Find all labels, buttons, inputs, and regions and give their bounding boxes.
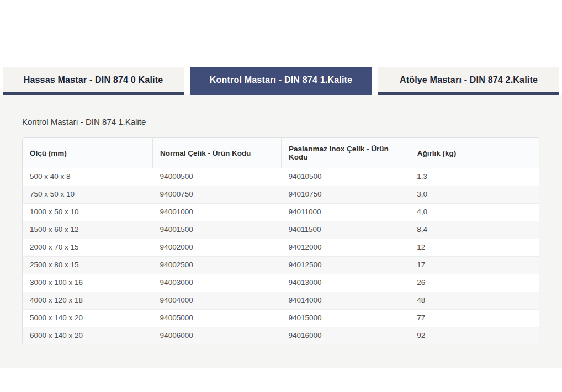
cell-inox-kod: 94010750	[281, 186, 410, 204]
table-header-row: Ölçü (mm) Normal Çelik - Ürün Kodu Pasla…	[23, 138, 539, 168]
column-header-normal-celik: Normal Çelik - Ürün Kodu	[153, 138, 282, 168]
cell-olcu: 4000 x 120 x 18	[23, 292, 153, 310]
cell-normal-kod: 94005000	[153, 310, 282, 327]
spec-table-container: Ölçü (mm) Normal Çelik - Ürün Kodu Pasla…	[22, 137, 539, 345]
cell-olcu: 2000 x 70 x 15	[23, 239, 153, 257]
cell-inox-kod: 94010500	[281, 168, 410, 186]
tab-label: Kontrol Mastarı - DIN 874 1.Kalite	[210, 75, 352, 85]
table-row: 1000 x 50 x 10 94001000 94011000 4,0	[23, 204, 539, 221]
cell-olcu: 3000 x 100 x 16	[23, 274, 153, 292]
cell-inox-kod: 94013000	[281, 274, 410, 292]
column-header-agirlik: Ağırlık (kg)	[410, 138, 539, 168]
content-panel: Kontrol Mastarı - DIN 874 1.Kalite Ölçü …	[0, 95, 562, 368]
cell-agirlik: 8,4	[410, 221, 539, 239]
column-header-olcu: Ölçü (mm)	[23, 138, 153, 168]
table-row: 1500 x 60 x 12 94001500 94011500 8,4	[23, 221, 539, 239]
cell-normal-kod: 94003000	[153, 274, 282, 292]
tab-label: Atölye Mastarı - DIN 874 2.Kalite	[400, 75, 538, 85]
cell-normal-kod: 94006000	[153, 327, 282, 345]
cell-normal-kod: 94000750	[153, 186, 282, 204]
cell-agirlik: 3,0	[410, 186, 539, 204]
tab-hassas-mastar-din-874-0-kalite[interactable]: Hassas Mastar - DIN 874 0 Kalite	[3, 67, 184, 95]
cell-normal-kod: 94001000	[153, 204, 282, 221]
cell-inox-kod: 94014000	[281, 292, 410, 310]
table-row: 500 x 40 x 8 94000500 94010500 1,3	[23, 168, 539, 186]
column-header-paslanmaz-inox: Paslanmaz Inox Çelik - Ürün Kodu	[281, 138, 410, 168]
cell-inox-kod: 94011500	[281, 221, 410, 239]
cell-inox-kod: 94015000	[281, 310, 410, 327]
cell-agirlik: 17	[410, 257, 539, 274]
cell-olcu: 750 x 50 x 10	[23, 186, 153, 204]
cell-olcu: 500 x 40 x 8	[23, 168, 153, 186]
tab-kontrol-mastari-din-874-1-kalite[interactable]: Kontrol Mastarı - DIN 874 1.Kalite	[190, 67, 372, 95]
cell-agirlik: 77	[410, 310, 539, 327]
cell-inox-kod: 94016000	[281, 327, 410, 345]
cell-inox-kod: 94012000	[281, 239, 410, 257]
cell-agirlik: 1,3	[410, 168, 539, 186]
cell-normal-kod: 94002500	[153, 257, 282, 274]
tab-label: Hassas Mastar - DIN 874 0 Kalite	[24, 75, 163, 85]
tab-atolye-mastari-din-874-2-kalite[interactable]: Atölye Mastarı - DIN 874 2.Kalite	[378, 67, 559, 95]
cell-olcu: 1000 x 50 x 10	[23, 204, 153, 221]
spec-table: Ölçü (mm) Normal Çelik - Ürün Kodu Pasla…	[23, 138, 539, 345]
table-row: 5000 x 140 x 20 94005000 94015000 77	[23, 310, 539, 327]
cell-olcu: 5000 x 140 x 20	[23, 310, 153, 327]
table-row: 4000 x 120 x 18 94004000 94014000 48	[23, 292, 539, 310]
tab-bar: Hassas Mastar - DIN 874 0 Kalite Kontrol…	[0, 67, 562, 95]
cell-agirlik: 12	[410, 239, 539, 257]
table-row: 3000 x 100 x 16 94003000 94013000 26	[23, 274, 539, 292]
cell-agirlik: 4,0	[410, 204, 539, 221]
cell-olcu: 1500 x 60 x 12	[23, 221, 153, 239]
table-row: 6000 x 140 x 20 94006000 94016000 92	[23, 327, 539, 345]
cell-normal-kod: 94001500	[153, 221, 282, 239]
table-row: 2500 x 80 x 15 94002500 94012500 17	[23, 257, 539, 274]
cell-agirlik: 92	[410, 327, 539, 345]
cell-olcu: 2500 x 80 x 15	[23, 257, 153, 274]
cell-normal-kod: 94004000	[153, 292, 282, 310]
cell-normal-kod: 94000500	[153, 168, 282, 186]
table-row: 750 x 50 x 10 94000750 94010750 3,0	[23, 186, 539, 204]
cell-agirlik: 26	[410, 274, 539, 292]
section-heading: Kontrol Mastarı - DIN 874 1.Kalite	[22, 117, 540, 126]
table-row: 2000 x 70 x 15 94002000 94012000 12	[23, 239, 539, 257]
cell-inox-kod: 94011000	[281, 204, 410, 221]
cell-inox-kod: 94012500	[281, 257, 410, 274]
cell-agirlik: 48	[410, 292, 539, 310]
cell-normal-kod: 94002000	[153, 239, 282, 257]
cell-olcu: 6000 x 140 x 20	[23, 327, 153, 345]
